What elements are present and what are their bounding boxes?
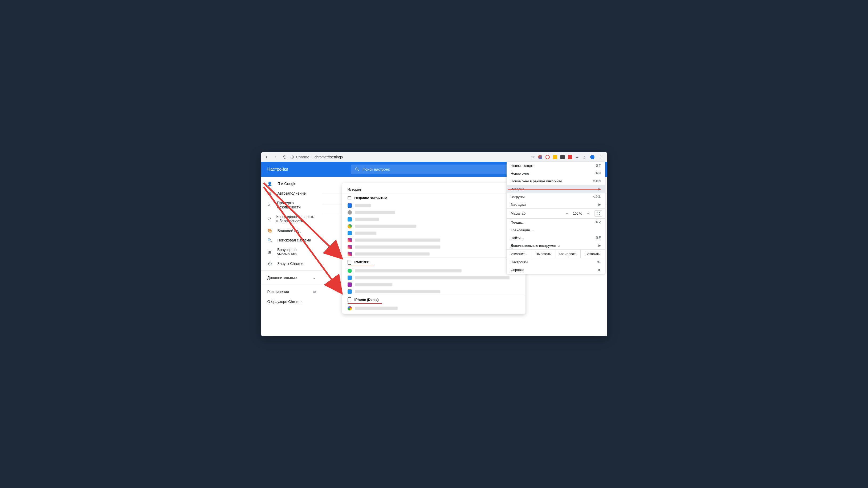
extension-icon[interactable]	[538, 155, 542, 159]
autofill-icon: ▤	[268, 191, 272, 195]
svg-rect-2	[292, 157, 292, 158]
chevron-right-icon: ▶	[598, 243, 601, 247]
search-icon: 🔍	[268, 238, 272, 242]
history-item[interactable]	[342, 281, 526, 288]
submenu-history-header[interactable]: История⌘Y	[342, 185, 526, 194]
submenu-device-1: RMX1931	[342, 257, 526, 267]
device-icon	[348, 297, 351, 302]
browser-window: Chrome | chrome://settings ☆ ✦ ♫ ⋮ Настр…	[261, 152, 607, 336]
menu-cut[interactable]: Вырезать	[531, 250, 556, 258]
chevron-down-icon: ⌄	[313, 275, 316, 280]
external-link-icon: ⧉	[313, 290, 316, 294]
extension-icon[interactable]	[553, 155, 557, 159]
profile-avatar[interactable]	[590, 155, 594, 159]
page-title: Настройки	[268, 167, 345, 172]
menu-paste[interactable]: Вставить	[581, 250, 605, 258]
extension-icon[interactable]	[546, 155, 550, 159]
reload-button[interactable]	[282, 155, 287, 160]
bookmark-star-icon[interactable]: ☆	[531, 154, 535, 160]
menu-edit-label: Изменить	[506, 250, 531, 258]
menu-find[interactable]: Найти…⌘F	[506, 234, 605, 242]
device-icon	[348, 260, 351, 265]
svg-rect-5	[348, 196, 351, 199]
svg-point-3	[355, 168, 358, 170]
menu-help[interactable]: Справка▶	[506, 266, 605, 274]
menu-cast[interactable]: Трансляция…	[506, 226, 605, 234]
browser-toolbar: Chrome | chrome://settings ☆ ✦ ♫ ⋮	[261, 152, 607, 162]
sidebar-item-default-browser[interactable]: ▣Браузер по умолчанию	[261, 245, 322, 259]
history-item[interactable]	[342, 305, 526, 312]
palette-icon: 🎨	[268, 228, 272, 233]
browser-icon: ▣	[268, 250, 272, 254]
overflow-menu-button[interactable]: ⋮	[598, 154, 604, 160]
history-item[interactable]	[342, 216, 526, 223]
history-item[interactable]	[342, 223, 526, 230]
svg-line-4	[358, 170, 359, 171]
url-text: Chrome | chrome://settings	[296, 155, 343, 159]
sidebar-item-on-startup[interactable]: ⏻Запуск Chrome	[261, 259, 322, 268]
svg-point-1	[292, 156, 292, 157]
menu-more-tools[interactable]: Дополнительные инструменты▶	[506, 242, 605, 250]
submenu-device-2: iPhone (Denis)	[342, 295, 526, 304]
history-item[interactable]	[342, 243, 526, 251]
shield-icon: 🛡	[268, 217, 271, 221]
history-item[interactable]	[342, 237, 526, 243]
history-item[interactable]	[342, 288, 526, 295]
submenu-recently-closed: Недавно закрытые	[342, 194, 526, 202]
address-bar[interactable]: Chrome | chrome://settings	[290, 155, 528, 159]
annotation-underline	[508, 189, 601, 190]
history-item[interactable]	[342, 267, 526, 274]
menu-edit-row: Изменить Вырезать Копировать Вставить	[506, 250, 605, 258]
menu-print[interactable]: Печать…⌘P	[506, 219, 605, 226]
extension-icon[interactable]	[560, 155, 565, 159]
zoom-out-button[interactable]: −	[563, 210, 571, 217]
extensions-puzzle-icon[interactable]: ✦	[575, 155, 580, 159]
menu-new-window[interactable]: Новое окно⌘N	[506, 170, 605, 177]
search-input[interactable]	[363, 167, 528, 171]
sidebar-item-autofill[interactable]: ▤Автозаполнение	[261, 189, 322, 198]
annotation-underline	[348, 266, 374, 266]
sidebar-item-safety[interactable]: ✔Проверка безопасности	[261, 198, 322, 212]
menu-bookmarks[interactable]: Закладки▶	[506, 201, 605, 208]
site-info-icon	[290, 155, 294, 159]
overflow-menu: Новая вкладка⌘T Новое окно⌘N Новое окно …	[506, 162, 605, 274]
extension-icon[interactable]	[568, 155, 572, 159]
sidebar-item-extensions[interactable]: Расширения⧉	[261, 287, 322, 297]
extension-icons: ✦ ♫ ⋮	[538, 154, 604, 160]
sidebar-item-about[interactable]: О браузере Chrome	[261, 297, 322, 306]
history-item[interactable]	[342, 274, 526, 281]
shield-check-icon: ✔	[268, 203, 272, 207]
history-item[interactable]	[342, 230, 526, 237]
history-item[interactable]	[342, 209, 526, 216]
tab-icon	[348, 196, 351, 200]
menu-downloads[interactable]: Загрузки⌥⌘L	[506, 193, 605, 201]
settings-sidebar: 👤Я и Google ▤Автозаполнение ✔Проверка бе…	[261, 177, 322, 336]
chevron-right-icon: ▶	[598, 268, 601, 271]
menu-copy[interactable]: Копировать	[556, 250, 581, 258]
history-item[interactable]	[342, 251, 526, 257]
menu-settings[interactable]: Настройки⌘,	[506, 258, 605, 266]
person-icon: 👤	[268, 182, 272, 186]
zoom-value: 100 %	[571, 212, 584, 216]
search-icon	[355, 167, 360, 172]
back-button[interactable]	[264, 155, 269, 160]
zoom-in-button[interactable]: +	[584, 210, 592, 217]
power-icon: ⏻	[268, 261, 272, 266]
history-submenu: История⌘Y Недавно закрытые ⇧⌘T RMX1931 i…	[342, 183, 526, 314]
history-item[interactable]: ⇧⌘T	[342, 202, 526, 209]
menu-zoom: Масштаб − 100 % +	[506, 209, 605, 218]
sidebar-item-you-and-google[interactable]: 👤Я и Google	[261, 179, 322, 189]
menu-incognito[interactable]: Новое окно в режиме инкогнито⇧⌘N	[506, 177, 605, 185]
menu-new-tab[interactable]: Новая вкладка⌘T	[506, 162, 605, 170]
chevron-right-icon: ▶	[598, 203, 601, 206]
forward-button[interactable]	[273, 155, 278, 160]
annotation-underline	[348, 303, 382, 304]
sidebar-item-appearance[interactable]: 🎨Внешний вид	[261, 226, 322, 235]
sidebar-item-privacy[interactable]: 🛡Конфиденциальность и безопасность	[261, 212, 322, 226]
fullscreen-button[interactable]	[594, 210, 602, 217]
sidebar-item-search-engine[interactable]: 🔍Поисковая система	[261, 235, 322, 245]
sidebar-item-advanced[interactable]: Дополнительные⌄	[261, 273, 322, 283]
settings-search[interactable]	[351, 165, 532, 174]
extension-icon[interactable]: ♫	[583, 155, 587, 159]
